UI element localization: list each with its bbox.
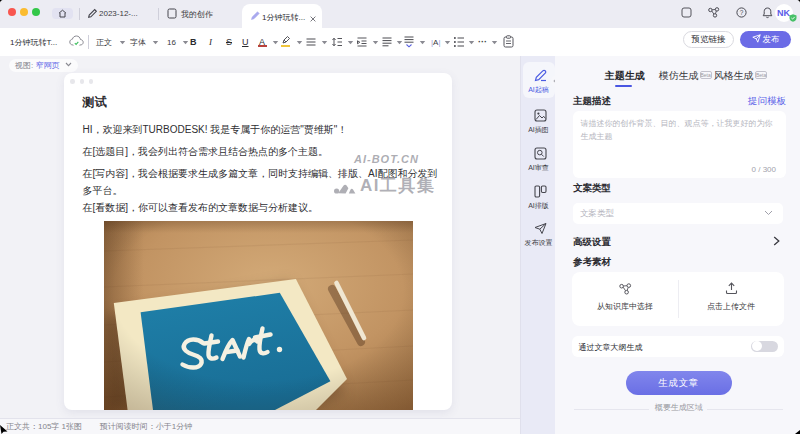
svg-text:?: ? xyxy=(740,9,744,16)
